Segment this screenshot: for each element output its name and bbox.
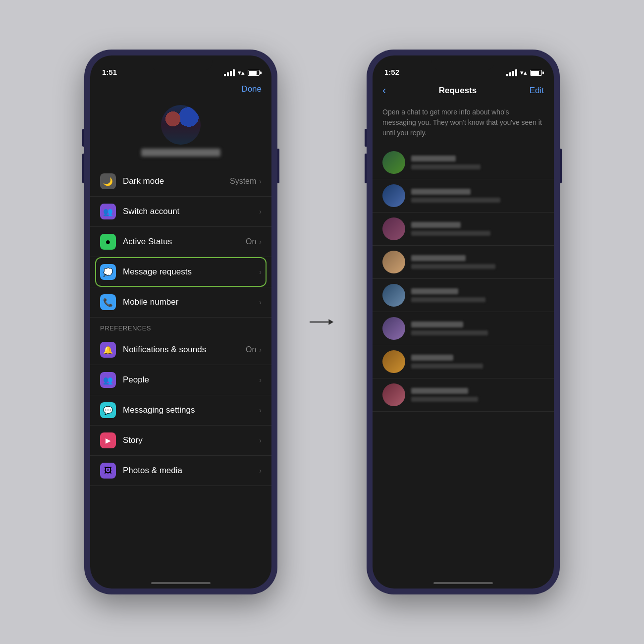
status-icons-right: ▾▴	[506, 69, 542, 76]
menu-item-mobile-number[interactable]: 📞 Mobile number ›	[90, 287, 271, 318]
request-text	[411, 322, 544, 335]
done-button[interactable]: Done	[241, 84, 262, 94]
request-preview	[411, 198, 500, 203]
power-button	[277, 149, 279, 183]
people-icon: 👥	[100, 372, 116, 388]
notifications-value: On	[246, 345, 256, 354]
chevron-icon: ›	[259, 436, 262, 444]
menu-item-people[interactable]: 👥 People ›	[90, 365, 271, 395]
right-screen: 1:52 ▾▴ ‹ Requests Edit Open a chat to g…	[373, 55, 554, 589]
home-bar-right	[433, 582, 493, 584]
people-label: People	[123, 375, 259, 385]
request-text	[411, 388, 544, 402]
request-name	[411, 288, 458, 294]
menu-item-dark-mode[interactable]: 🌙 Dark mode System ›	[90, 166, 271, 197]
request-text	[411, 255, 544, 269]
signal-icon	[224, 69, 235, 76]
chevron-icon: ›	[259, 298, 262, 306]
left-phone: 1:51 ▾▴ Done	[84, 50, 277, 594]
menu-item-switch-account[interactable]: 👥 Switch account ›	[90, 197, 271, 227]
menu-item-message-requests[interactable]: 💭 Message requests ›	[90, 257, 271, 287]
request-name	[411, 156, 456, 161]
story-label: Story	[123, 435, 259, 445]
request-text	[411, 288, 544, 302]
chevron-icon: ›	[259, 346, 262, 354]
list-item[interactable]	[373, 279, 554, 312]
request-name	[411, 355, 453, 361]
avatar	[382, 284, 405, 307]
chevron-icon: ›	[259, 406, 262, 414]
mobile-number-icon: 📞	[100, 294, 116, 310]
active-status-icon: ●	[100, 234, 116, 250]
settings-content: Done 🌙 Dark mode System › 👥	[90, 80, 271, 578]
preferences-header: PREFERENCES	[90, 318, 271, 335]
notch-right	[431, 55, 495, 70]
request-text	[411, 156, 544, 169]
request-name	[411, 222, 461, 228]
list-item[interactable]	[373, 312, 554, 345]
username-blurred	[141, 149, 220, 157]
wifi-icon-right: ▾▴	[520, 69, 527, 76]
request-preview	[411, 364, 483, 369]
photos-media-label: Photos & media	[123, 466, 259, 476]
list-item[interactable]	[373, 179, 554, 213]
list-item[interactable]	[373, 213, 554, 246]
avatar-image	[161, 105, 201, 145]
avatar	[382, 350, 405, 373]
list-item[interactable]	[373, 146, 554, 179]
volume-buttons	[82, 129, 84, 183]
dark-mode-value: System	[230, 177, 256, 186]
photos-media-icon: 🖼	[100, 463, 116, 479]
request-preview	[411, 297, 485, 302]
messaging-settings-label: Messaging settings	[123, 405, 259, 415]
volume-up-button	[82, 129, 84, 147]
avatar	[382, 317, 405, 340]
avatar[interactable]	[161, 105, 201, 145]
time-left: 1:51	[102, 68, 117, 76]
menu-item-messaging-settings[interactable]: 💬 Messaging settings ›	[90, 395, 271, 426]
avatar	[382, 151, 405, 174]
chevron-icon: ›	[259, 467, 262, 475]
avatar	[382, 217, 405, 240]
battery-icon-right	[530, 70, 542, 76]
request-text	[411, 222, 544, 236]
menu-item-photos-media[interactable]: 🖼 Photos & media ›	[90, 456, 271, 486]
request-name	[411, 388, 468, 394]
back-button[interactable]: ‹	[382, 84, 386, 97]
request-preview	[411, 330, 488, 335]
chevron-icon: ›	[259, 268, 262, 276]
settings-header: Done	[90, 80, 271, 100]
request-name	[411, 255, 466, 261]
chevron-icon: ›	[259, 376, 262, 384]
requests-header: ‹ Requests Edit	[373, 80, 554, 103]
notifications-icon: 🔔	[100, 342, 116, 358]
list-item[interactable]	[373, 246, 554, 279]
wifi-icon: ▾▴	[238, 69, 245, 76]
chevron-icon: ›	[259, 208, 262, 215]
status-icons-left: ▾▴	[224, 69, 260, 76]
switch-account-icon: 👥	[100, 204, 116, 219]
request-text	[411, 355, 544, 369]
notifications-label: Notifications & sounds	[123, 345, 246, 355]
menu-item-notifications[interactable]: 🔔 Notifications & sounds On ›	[90, 335, 271, 365]
request-text	[411, 189, 544, 203]
dark-mode-icon: 🌙	[100, 173, 116, 189]
request-name	[411, 189, 471, 195]
battery-fill	[249, 71, 257, 75]
list-item[interactable]	[373, 345, 554, 378]
request-preview	[411, 164, 481, 169]
messaging-settings-icon: 💬	[100, 402, 116, 418]
requests-info: Open a chat to get more info about who's…	[373, 103, 554, 146]
edit-button[interactable]: Edit	[530, 86, 544, 96]
power-btn-right	[560, 149, 562, 183]
profile-section	[90, 100, 271, 166]
right-phone: 1:52 ▾▴ ‹ Requests Edit Open a chat to g…	[367, 50, 560, 594]
menu-item-story[interactable]: ▶ Story ›	[90, 426, 271, 456]
menu-item-active-status[interactable]: ● Active Status On ›	[90, 227, 271, 257]
side-btn	[560, 149, 562, 183]
request-name	[411, 322, 463, 327]
volume-up-btn	[365, 129, 367, 147]
requests-content: ‹ Requests Edit Open a chat to get more …	[373, 80, 554, 578]
home-indicator-right	[373, 578, 554, 589]
list-item[interactable]	[373, 378, 554, 412]
